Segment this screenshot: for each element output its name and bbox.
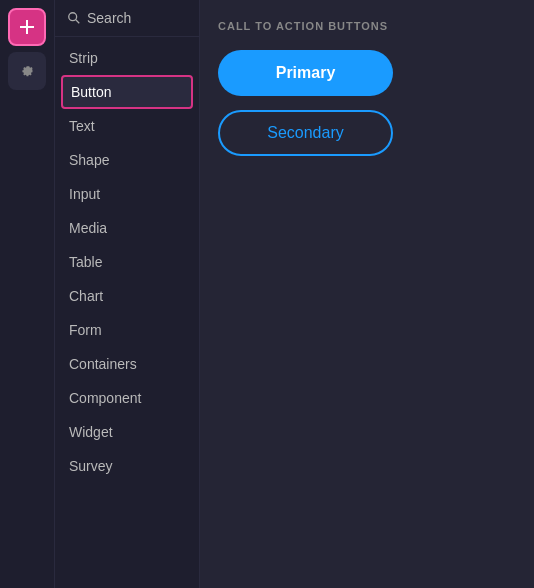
gear-icon (18, 62, 36, 80)
sidebar-item-button[interactable]: Button (61, 75, 193, 109)
sidebar-item-strip[interactable]: Strip (55, 41, 199, 75)
sidebar-item-component[interactable]: Component (55, 381, 199, 415)
search-row[interactable]: Search (55, 0, 199, 37)
sidebar-item-text[interactable]: Text (55, 109, 199, 143)
buttons-area: Primary Secondary (218, 50, 516, 156)
search-icon (67, 11, 81, 25)
sidebar-item-media[interactable]: Media (55, 211, 199, 245)
sidebar-item-form[interactable]: Form (55, 313, 199, 347)
gear-button[interactable] (8, 52, 46, 90)
svg-point-2 (69, 13, 77, 21)
sidebar-nav: Strip Button Text Shape Input Media Tabl… (55, 37, 199, 487)
sidebar-item-survey[interactable]: Survey (55, 449, 199, 483)
left-toolbar (0, 0, 55, 588)
sidebar-item-containers[interactable]: Containers (55, 347, 199, 381)
svg-line-3 (76, 20, 80, 24)
sidebar-item-input[interactable]: Input (55, 177, 199, 211)
plus-icon (17, 17, 37, 37)
sidebar-item-chart[interactable]: Chart (55, 279, 199, 313)
search-icon-wrap (67, 11, 81, 25)
add-button[interactable] (8, 8, 46, 46)
section-title: CALL TO ACTION BUTTONS (218, 20, 516, 32)
sidebar-item-table[interactable]: Table (55, 245, 199, 279)
sidebar-item-shape[interactable]: Shape (55, 143, 199, 177)
svg-rect-1 (20, 26, 34, 28)
search-label: Search (87, 10, 131, 26)
main-content: CALL TO ACTION BUTTONS Primary Secondary (200, 0, 534, 588)
primary-button[interactable]: Primary (218, 50, 393, 96)
secondary-button[interactable]: Secondary (218, 110, 393, 156)
sidebar: Search Strip Button Text Shape Input Med… (55, 0, 200, 588)
sidebar-item-widget[interactable]: Widget (55, 415, 199, 449)
